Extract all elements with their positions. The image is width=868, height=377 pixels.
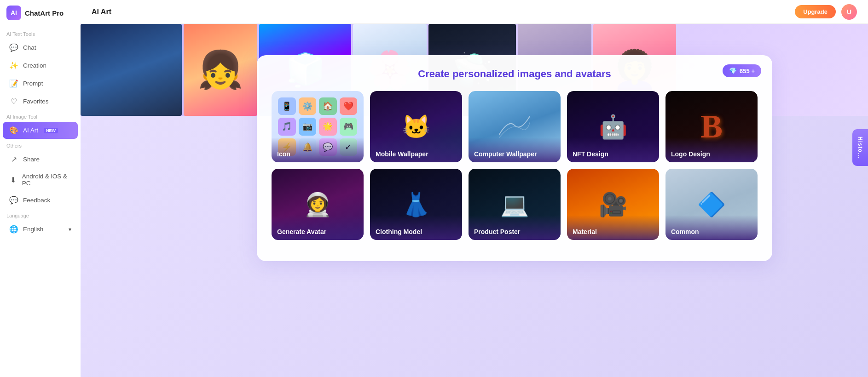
grid-row-2: 👩‍🚀 Generate Avatar 👗 Clothing Model 💻 P… (272, 169, 758, 240)
main-area: AI Art Upgrade U 👧 🧊 🌸 🛸 👩‍🦱 (81, 0, 868, 377)
section-text-tools: AI Text Tools (0, 28, 81, 39)
sidebar-item-prompt[interactable]: 📝 Prompt (3, 75, 78, 92)
sidebar-item-label: AI Art (23, 127, 38, 134)
topbar: AI Art Upgrade U (81, 0, 868, 24)
ai-art-icon: 🎨 (9, 126, 18, 135)
computer-wallpaper-label: Computer Wallpaper (469, 137, 561, 162)
creation-icon: ✨ (9, 61, 18, 70)
upgrade-button[interactable]: Upgrade (795, 5, 836, 18)
modal-overlay: 💎 655 + Create personalized images and a… (161, 48, 868, 377)
sidebar-item-label: Android & iOS & PC (22, 173, 71, 187)
content-area: 👧 🧊 🌸 🛸 👩‍🦱 💎 655 + Create personalized … (81, 24, 868, 377)
generate-avatar-card[interactable]: 👩‍🚀 Generate Avatar (272, 169, 364, 240)
banner-image-2: 👧 (184, 24, 257, 116)
nft-design-card[interactable]: 🤖 NFT Design (567, 91, 659, 162)
section-language: Language (0, 209, 81, 220)
credits-value: 655 + (740, 68, 755, 74)
logo-design-card[interactable]: B Logo Design (665, 91, 758, 162)
computer-wallpaper-card[interactable]: Computer Wallpaper (469, 91, 561, 162)
common-card[interactable]: 🔷 Common (665, 169, 758, 240)
material-card[interactable]: 🎥 Material (567, 169, 659, 240)
sidebar-item-label: Chat (23, 44, 36, 51)
section-others: Others (0, 139, 81, 150)
sidebar-item-favorites[interactable]: ♡ Favorites (3, 93, 78, 110)
nft-design-label: NFT Design (567, 137, 659, 162)
sidebar-item-chat[interactable]: 💬 Chat (3, 39, 78, 56)
mobile-wallpaper-card[interactable]: 🐱 Mobile Wallpaper (370, 91, 462, 162)
material-label: Material (567, 215, 659, 240)
grid-row-1: 📱 ⚙️ 🏠 ❤️ 🎵 📷 🌟 🎮 ⚡ 🔔 💬 (272, 91, 758, 162)
chat-icon: 💬 (9, 43, 18, 52)
sidebar: AI ChatArt Pro AI Text Tools 💬 Chat ✨ Cr… (0, 0, 81, 377)
generate-avatar-label: Generate Avatar (272, 215, 364, 240)
modal: 💎 655 + Create personalized images and a… (257, 55, 772, 261)
feedback-icon: 💬 (9, 196, 18, 205)
avatar[interactable]: U (841, 4, 857, 20)
credits-badge[interactable]: 💎 655 + (723, 64, 761, 77)
product-poster-label: Product Poster (469, 215, 561, 240)
modal-title: Create personalized images and avatars (272, 68, 758, 80)
sidebar-item-download[interactable]: ⬇ Android & iOS & PC (3, 169, 78, 191)
page-title: AI Art (92, 8, 111, 16)
sidebar-item-language[interactable]: 🌐 English ▾ (3, 221, 78, 238)
history-tab[interactable]: Histo... (852, 129, 868, 166)
language-icon: 🌐 (9, 225, 18, 234)
favorites-icon: ♡ (9, 97, 18, 106)
common-label: Common (665, 215, 758, 240)
sidebar-item-creation[interactable]: ✨ Creation (3, 57, 78, 74)
app-logo: AI ChatArt Pro (0, 6, 81, 28)
logo-design-label: Logo Design (665, 137, 758, 162)
sidebar-item-label: Feedback (23, 197, 50, 204)
clothing-model-card[interactable]: 👗 Clothing Model (370, 169, 462, 240)
icon-card[interactable]: 📱 ⚙️ 🏠 ❤️ 🎵 📷 🌟 🎮 ⚡ 🔔 💬 (272, 91, 364, 162)
history-tab-label: Histo... (857, 137, 863, 159)
banner-image-1 (81, 24, 182, 116)
share-icon: ↗ (9, 155, 18, 164)
new-badge: NEW (44, 128, 58, 133)
product-poster-card[interactable]: 💻 Product Poster (469, 169, 561, 240)
icon-card-label: Icon (272, 137, 364, 162)
mobile-wallpaper-label: Mobile Wallpaper (370, 137, 462, 162)
sidebar-item-label: Creation (23, 62, 46, 69)
sidebar-item-label: Share (23, 156, 40, 163)
clothing-model-label: Clothing Model (370, 215, 462, 240)
sidebar-item-label: Prompt (23, 80, 43, 87)
logo-icon: AI (6, 6, 21, 20)
sidebar-item-ai-art[interactable]: 🎨 AI Art NEW (3, 122, 78, 139)
app-name: ChatArt Pro (25, 9, 64, 17)
sidebar-item-share[interactable]: ↗ Share (3, 151, 78, 168)
topbar-right: Upgrade U (795, 4, 857, 20)
chevron-down-icon: ▾ (69, 226, 71, 233)
sidebar-item-label: English (23, 226, 43, 233)
prompt-icon: 📝 (9, 79, 18, 88)
download-icon: ⬇ (9, 176, 17, 184)
sidebar-item-feedback[interactable]: 💬 Feedback (3, 192, 78, 209)
diamond-icon: 💎 (729, 67, 737, 74)
sidebar-item-label: Favorites (23, 98, 49, 105)
section-image-tools: AI Image Tool (0, 110, 81, 121)
